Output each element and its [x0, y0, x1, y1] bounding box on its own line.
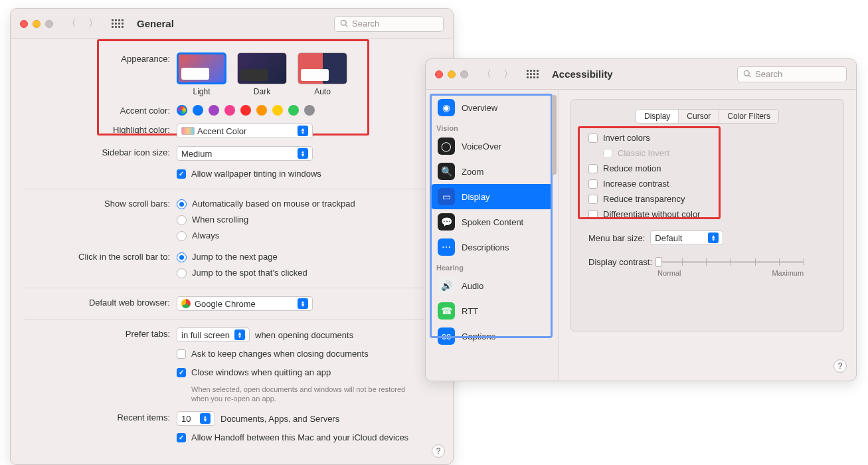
- display-tabs: Display Cursor Color Filters: [636, 109, 779, 124]
- tab-color-filters[interactable]: Color Filters: [719, 110, 778, 123]
- a11y-main: Display Cursor Color Filters Invert colo…: [559, 90, 856, 381]
- tabs-suffix: when opening documents: [255, 330, 353, 340]
- traffic-lights: [20, 20, 53, 28]
- window-title: General: [137, 18, 174, 29]
- general-window: 〈 〉 General Search Appearance: Light Dar…: [10, 8, 454, 465]
- accent-blue[interactable]: [193, 105, 203, 116]
- reduce-motion-check[interactable]: Reduce motion: [588, 162, 831, 175]
- section-vision: Vision: [431, 120, 553, 134]
- traffic-lights: [435, 70, 468, 78]
- classic-invert-check[interactable]: Classic Invert: [588, 147, 831, 160]
- accessibility-window: 〈 〉 Accessibility Search ◉ Overview Visi…: [425, 58, 857, 381]
- show-all-icon[interactable]: [527, 70, 539, 78]
- titlebar: 〈 〉 General Search: [11, 9, 453, 39]
- accent-orange[interactable]: [256, 105, 267, 116]
- sidebar-item-overview[interactable]: ◉ Overview: [431, 95, 553, 120]
- sidebar-item-voiceover[interactable]: ◯ VoiceOver: [431, 134, 553, 159]
- titlebar-a11y: 〈 〉 Accessibility Search: [426, 59, 856, 90]
- captions-icon: cc: [438, 327, 455, 345]
- tab-display[interactable]: Display: [636, 110, 678, 123]
- highlight-swatch-icon: [181, 127, 195, 135]
- chrome-icon: [181, 299, 191, 308]
- sidebar-size-select[interactable]: Medium ▲▼: [177, 146, 313, 161]
- sidebar-item-zoom[interactable]: 🔍 Zoom: [431, 159, 553, 184]
- minimize-icon[interactable]: [33, 20, 41, 28]
- window-title: Accessibility: [552, 68, 613, 80]
- search-icon: [743, 70, 752, 78]
- close-icon[interactable]: [20, 20, 28, 28]
- tab-cursor[interactable]: Cursor: [678, 110, 719, 123]
- sidebar-item-display[interactable]: ▭ Display: [431, 184, 553, 209]
- scroll-when-radio[interactable]: When scrolling: [177, 213, 440, 227]
- general-content: Appearance: Light Dark Auto Accent color…: [11, 39, 453, 460]
- zoom-a11y-icon: 🔍: [438, 163, 455, 180]
- click-label: Click in the scroll bar to:: [24, 250, 177, 280]
- menu-bar-size-select[interactable]: Default ▲▼: [650, 231, 723, 245]
- recent-select[interactable]: 10 ▲▼: [177, 411, 215, 426]
- differentiate-check[interactable]: Differentiate without color: [588, 208, 831, 221]
- close-quit-check[interactable]: Close windows when quitting an app: [177, 366, 440, 379]
- accent-graphite[interactable]: [304, 105, 315, 116]
- rtt-icon: ☎: [438, 302, 455, 320]
- click-spot-radio[interactable]: Jump to the spot that's clicked: [177, 266, 440, 280]
- close-quit-note: When selected, open documents and window…: [191, 385, 410, 403]
- help-button[interactable]: ?: [833, 359, 847, 373]
- accent-red[interactable]: [240, 105, 251, 116]
- sidebar-item-captions[interactable]: cc Captions: [431, 324, 553, 349]
- browser-select[interactable]: Google Chrome ▲▼: [177, 296, 313, 311]
- click-next-radio[interactable]: Jump to the next page: [177, 250, 440, 264]
- display-icon: ▭: [438, 188, 455, 205]
- accent-purple[interactable]: [209, 105, 219, 116]
- forward-button[interactable]: 〉: [501, 68, 516, 80]
- search-input[interactable]: Search: [334, 16, 444, 32]
- invert-check[interactable]: Invert colors: [588, 132, 831, 145]
- voiceover-icon: ◯: [438, 138, 455, 155]
- zoom-icon[interactable]: [460, 70, 468, 78]
- forward-button[interactable]: 〉: [86, 17, 101, 30]
- appearance-label: Appearance:: [24, 52, 177, 96]
- sidebar-item-descriptions[interactable]: ⋯ Descriptions: [431, 234, 553, 260]
- reduce-transparency-check[interactable]: Reduce transparency: [588, 193, 831, 206]
- a11y-footer: Show Accessibility status in menu bar: [426, 381, 856, 381]
- increase-contrast-check[interactable]: Increase contrast: [588, 177, 831, 191]
- appearance-light[interactable]: Light: [177, 52, 226, 96]
- accent-green[interactable]: [288, 105, 299, 116]
- handoff-check[interactable]: Allow Handoff between this Mac and your …: [177, 431, 440, 444]
- descriptions-icon: ⋯: [438, 238, 455, 256]
- help-button[interactable]: ?: [432, 444, 445, 458]
- audio-icon: 🔊: [438, 277, 455, 294]
- appearance-auto[interactable]: Auto: [298, 52, 347, 96]
- appearance-dark[interactable]: Dark: [237, 52, 287, 96]
- back-button[interactable]: 〈: [479, 68, 494, 80]
- scrollbars-label: Show scroll bars:: [24, 197, 177, 242]
- browser-label: Default web browser:: [24, 296, 177, 311]
- scroll-auto-radio[interactable]: Automatically based on mouse or trackpad: [177, 197, 440, 211]
- contrast-max: Maximum: [772, 269, 804, 277]
- contrast-slider[interactable]: [657, 256, 804, 268]
- section-hearing: Hearing: [431, 260, 553, 273]
- recent-suffix: Documents, Apps, and Servers: [220, 414, 339, 424]
- wallpaper-tint-check[interactable]: Allow wallpaper tinting in windows: [177, 167, 440, 181]
- close-icon[interactable]: [435, 70, 443, 78]
- spoken-icon: 💬: [438, 213, 455, 231]
- sidebar-item-audio[interactable]: 🔊 Audio: [431, 273, 553, 298]
- sidebar-item-spoken[interactable]: 💬 Spoken Content: [431, 209, 553, 234]
- menu-bar-size-label: Menu bar size:: [588, 233, 645, 243]
- minimize-icon[interactable]: [448, 70, 456, 78]
- accent-multicolor[interactable]: [177, 105, 187, 116]
- sidebar-item-rtt[interactable]: ☎ RTT: [431, 298, 553, 324]
- back-button[interactable]: 〈: [64, 17, 79, 30]
- accent-yellow[interactable]: [272, 105, 283, 116]
- highlight-label: Highlight color:: [24, 124, 177, 138]
- accent-pink[interactable]: [224, 105, 235, 116]
- tabs-select[interactable]: in full screen ▲▼: [177, 327, 250, 342]
- scroll-always-radio[interactable]: Always: [177, 229, 440, 242]
- zoom-icon[interactable]: [45, 20, 53, 28]
- highlight-select[interactable]: Accent Color ▲▼: [177, 124, 313, 138]
- tabs-label: Prefer tabs:: [24, 327, 177, 403]
- recent-label: Recent items:: [24, 411, 177, 444]
- scrollbar-thumb[interactable]: [552, 95, 557, 175]
- search-input[interactable]: Search: [737, 66, 847, 82]
- show-all-icon[interactable]: [112, 19, 124, 28]
- ask-keep-check[interactable]: Ask to keep changes when closing documen…: [177, 347, 440, 361]
